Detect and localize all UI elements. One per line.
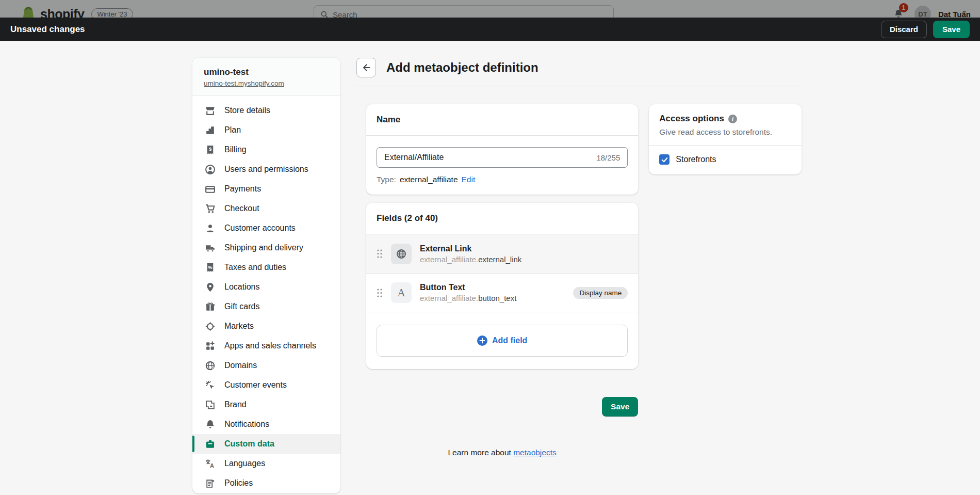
svg-text:%: % (208, 264, 213, 269)
type-label: Type: (377, 175, 396, 184)
back-button[interactable] (356, 58, 376, 77)
page-title: Add metaobject definition (386, 60, 538, 75)
name-input[interactable]: External/Affiliate 18/255 (377, 147, 628, 168)
sidebar-item-label: Customer events (224, 380, 287, 390)
customer-events-icon (204, 379, 216, 391)
sidebar-item-payments[interactable]: Payments (192, 179, 340, 199)
sidebar-item-customer-accounts[interactable]: Customer accounts (192, 218, 340, 238)
sidebar-item-list: Store detailsPlan$BillingUsers and permi… (192, 95, 340, 493)
add-field-button[interactable]: Add field (377, 325, 628, 357)
sidebar-item-shipping-and-delivery[interactable]: Shipping and delivery (192, 238, 340, 258)
domains-icon (204, 359, 216, 372)
sidebar-item-domains[interactable]: Domains (192, 356, 340, 375)
sidebar-item-store-details[interactable]: Store details (192, 101, 340, 120)
name-card-title: Name (377, 115, 628, 125)
sidebar-item-custom-data[interactable]: Custom data (192, 434, 340, 454)
sidebar-item-taxes-and-duties[interactable]: %Taxes and duties (192, 258, 340, 277)
sidebar-item-checkout[interactable]: Checkout (192, 199, 340, 218)
notifications-icon (204, 418, 216, 430)
drag-handle-icon[interactable] (377, 288, 383, 298)
sidebar-item-notifications[interactable]: Notifications (192, 414, 340, 434)
sidebar-item-billing[interactable]: $Billing (192, 140, 340, 159)
sidebar-item-label: Taxes and duties (224, 263, 286, 272)
type-edit-link[interactable]: Edit (462, 175, 476, 184)
metaobjects-link[interactable]: metaobjects (513, 448, 557, 457)
unsaved-changes-bar: Unsaved changes Discard Save (0, 18, 980, 41)
fields-card: Fields (2 of 40) External Linkexternal_a… (366, 203, 638, 369)
sidebar-item-label: Store details (224, 106, 270, 115)
sidebar-item-label: Checkout (224, 204, 259, 213)
storefronts-checkbox-label: Storefronts (676, 155, 716, 164)
name-input-value: External/Affiliate (384, 153, 444, 162)
globe-icon (391, 244, 412, 264)
sidebar-item-apps-and-sales-channels[interactable]: Apps and sales channels (192, 336, 340, 356)
sidebar-item-label: Shipping and delivery (224, 243, 303, 252)
sidebar-item-policies[interactable]: Policies (192, 473, 340, 493)
sidebar-item-customer-events[interactable]: Customer events (192, 375, 340, 395)
taxes-icon: % (204, 261, 216, 274)
main-content: Add metaobject definition Name External/… (355, 58, 802, 457)
checkout-icon (204, 202, 216, 215)
sidebar-item-languages[interactable]: ALanguages (192, 454, 340, 473)
field-row-list: External Linkexternal_affiliate.external… (366, 234, 638, 312)
sidebar-item-label: Policies (224, 478, 253, 488)
languages-icon: A (204, 457, 216, 470)
letter-a-icon: A (391, 282, 412, 303)
field-name: External Link (420, 244, 628, 253)
sidebar-item-brand[interactable]: Brand (192, 395, 340, 414)
settings-sidebar: umino-test umino-test.myshopify.com Stor… (192, 58, 340, 493)
field-key: external_affiliate.external_link (420, 255, 628, 264)
users-icon (204, 163, 216, 175)
sidebar-item-label: Payments (224, 184, 261, 194)
sidebar-item-label: Plan (224, 125, 241, 135)
char-counter: 18/255 (596, 153, 620, 162)
sidebar-item-label: Domains (224, 361, 257, 370)
page-save-button[interactable]: Save (602, 397, 638, 417)
field-row[interactable]: AButton Textexternal_affiliate.button_te… (366, 273, 638, 312)
shipping-icon (204, 242, 216, 254)
checkbox-check-icon (661, 156, 668, 163)
store-domain-link[interactable]: umino-test.myshopify.com (204, 79, 284, 87)
store-icon (204, 104, 216, 117)
markets-icon (204, 320, 216, 332)
svg-text:$: $ (208, 146, 211, 152)
brand-icon (204, 398, 216, 411)
fields-card-title: Fields (2 of 40) (377, 213, 628, 223)
payments-icon (204, 183, 216, 195)
footer-help-text: Learn more about metaobjects (366, 448, 638, 457)
access-card-title: Access options (659, 114, 724, 124)
field-row[interactable]: External Linkexternal_affiliate.external… (366, 234, 638, 273)
sidebar-item-plan[interactable]: Plan (192, 120, 340, 140)
info-icon[interactable]: i (728, 115, 737, 123)
sidebar-item-label: Languages (224, 459, 265, 468)
sidebar-item-label: Notifications (224, 420, 269, 429)
policies-icon (204, 477, 216, 489)
sidebar-item-locations[interactable]: Locations (192, 277, 340, 297)
store-header: umino-test umino-test.myshopify.com (192, 58, 340, 95)
sidebar-item-label: Billing (224, 145, 247, 154)
add-field-label: Add field (492, 336, 527, 345)
storefronts-checkbox[interactable] (659, 154, 669, 165)
gift-cards-icon (204, 300, 216, 313)
footer-text: Learn more about (448, 448, 511, 457)
sidebar-item-users-and-permissions[interactable]: Users and permissions (192, 159, 340, 179)
svg-text:A: A (209, 462, 214, 469)
apps-icon (204, 340, 216, 352)
sidebar-item-gift-cards[interactable]: Gift cards (192, 297, 340, 316)
customer-accounts-icon (204, 222, 216, 234)
billing-icon: $ (204, 143, 216, 156)
drag-handle-icon[interactable] (377, 249, 383, 259)
sidebar-item-markets[interactable]: Markets (192, 316, 340, 336)
header-divider (355, 86, 802, 86)
name-card: Name External/Affiliate 18/255 Type: ext… (366, 104, 638, 195)
sidebar-item-label: Gift cards (224, 302, 259, 311)
sidebar-item-label: Customer accounts (224, 223, 296, 233)
sidebar-item-label: Apps and sales channels (224, 341, 316, 350)
sidebar-item-label: Markets (224, 322, 254, 331)
field-key: external_affiliate.button_text (420, 294, 565, 302)
plus-circle-icon (477, 336, 487, 346)
discard-button[interactable]: Discard (881, 21, 927, 38)
store-name: umino-test (204, 67, 329, 77)
savebar-save-button[interactable]: Save (933, 21, 970, 38)
access-options-card: Access options i Give read access to sto… (649, 104, 802, 174)
